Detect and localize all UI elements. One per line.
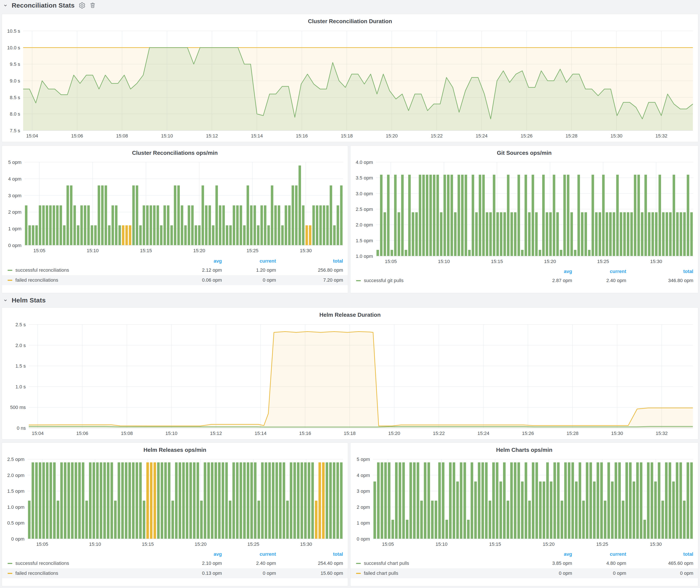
- svg-text:15:25: 15:25: [247, 248, 258, 253]
- svg-text:3.5 opm: 3.5 opm: [356, 175, 373, 181]
- legend-row: successful git pulls 2.87 opm 2.40 opm 3…: [350, 276, 698, 286]
- svg-text:15:10: 15:10: [165, 431, 177, 436]
- trash-icon[interactable]: [89, 2, 96, 9]
- section-title[interactable]: Helm Stats: [12, 297, 46, 304]
- svg-text:1.0 opm: 1.0 opm: [356, 254, 373, 259]
- svg-text:15:20: 15:20: [193, 248, 205, 253]
- panel-git-sources: Git Sources ops/min 1.0 opm1.5 opm2.0 op…: [350, 145, 698, 293]
- series-swatch: [8, 573, 12, 574]
- stat-avg: 0.06 opm: [168, 277, 222, 283]
- svg-text:10.0 s: 10.0 s: [7, 45, 20, 50]
- series-label[interactable]: successful reconciliations: [15, 561, 69, 566]
- svg-text:15:30: 15:30: [300, 248, 312, 253]
- legend: avg current total successful chart pulls…: [350, 550, 698, 578]
- panel-title[interactable]: Helm Charts ops/min: [350, 447, 698, 453]
- svg-text:2.0 s: 2.0 s: [15, 343, 26, 348]
- svg-text:15:28: 15:28: [567, 431, 579, 436]
- stat-avg: 2.10 opm: [168, 561, 222, 566]
- svg-text:5 opm: 5 opm: [8, 160, 21, 165]
- legend: avg current total successful reconciliat…: [2, 257, 348, 285]
- series-label[interactable]: successful git pulls: [364, 278, 403, 283]
- svg-text:7.5 s: 7.5 s: [10, 128, 20, 133]
- legend-row: successful chart pulls 3.85 opm 4.80 opm…: [350, 558, 698, 568]
- svg-text:15:30: 15:30: [650, 541, 662, 547]
- svg-text:15:22: 15:22: [431, 133, 443, 139]
- gear-icon[interactable]: [79, 2, 85, 9]
- section-reconciliation-stats[interactable]: Reconciliation Stats: [3, 0, 96, 10]
- svg-text:15:28: 15:28: [566, 133, 577, 139]
- stat-total: 7.20 opm: [276, 277, 343, 283]
- legend-header-avg[interactable]: avg: [518, 269, 572, 274]
- panel-title[interactable]: Cluster Reconciliations ops/min: [2, 150, 348, 156]
- svg-text:15:20: 15:20: [543, 541, 555, 547]
- svg-text:15:20: 15:20: [386, 133, 398, 139]
- panel-title[interactable]: Cluster Reconciliation Duration: [2, 18, 698, 25]
- svg-text:15:04: 15:04: [26, 133, 38, 139]
- svg-text:15:04: 15:04: [32, 431, 44, 436]
- svg-text:15:30: 15:30: [650, 259, 662, 264]
- svg-text:15:26: 15:26: [522, 431, 534, 436]
- svg-text:15:15: 15:15: [491, 259, 503, 264]
- legend-header-total[interactable]: total: [276, 258, 343, 264]
- svg-text:3.0 opm: 3.0 opm: [356, 191, 373, 196]
- svg-text:15:20: 15:20: [544, 259, 556, 264]
- svg-text:2.5 s: 2.5 s: [15, 322, 26, 327]
- series-swatch: [8, 280, 12, 281]
- legend-header-avg[interactable]: avg: [518, 551, 572, 557]
- svg-text:15:08: 15:08: [116, 133, 128, 139]
- svg-text:15:16: 15:16: [296, 133, 308, 139]
- series-label[interactable]: failed chart pulls: [364, 570, 398, 576]
- stat-avg: 0.13 opm: [168, 570, 222, 576]
- panel-helm-charts: Helm Charts ops/min 0 opm1 opm2 opm3 opm…: [350, 443, 698, 586]
- legend-row: successful reconciliations 2.12 opm 1.20…: [2, 265, 348, 275]
- panel-title[interactable]: Helm Release Duration: [2, 312, 698, 318]
- legend-header-current[interactable]: current: [222, 258, 276, 264]
- legend-header-current[interactable]: current: [222, 551, 276, 557]
- stat-total: 0 opm: [626, 570, 693, 576]
- cluster-reconciliation-duration-chart[interactable]: 7.5 s8.0 s8.5 s9.0 s9.5 s10.0 s10.5 s15:…: [5, 28, 695, 139]
- section-helm-stats[interactable]: Helm Stats: [3, 295, 46, 305]
- svg-text:15:10: 15:10: [87, 248, 99, 253]
- helm-charts-chart[interactable]: 0 opm1 opm2 opm3 opm4 opm5 opm15:0515:10…: [352, 457, 696, 548]
- legend: avg current total successful git pulls 2…: [350, 267, 698, 286]
- svg-text:15:25: 15:25: [247, 541, 259, 547]
- panel-cluster-reconciliation-duration: Cluster Reconciliation Duration 7.5 s8.0…: [2, 14, 698, 142]
- legend-header-current[interactable]: current: [572, 551, 626, 557]
- svg-text:9.0 s: 9.0 s: [10, 78, 20, 84]
- svg-text:10.5 s: 10.5 s: [7, 28, 20, 34]
- svg-text:15:22: 15:22: [433, 431, 445, 436]
- svg-text:15:18: 15:18: [344, 431, 356, 436]
- svg-text:15:05: 15:05: [33, 248, 45, 253]
- series-label[interactable]: failed reconciliations: [15, 570, 58, 576]
- section-title[interactable]: Reconciliation Stats: [12, 2, 75, 9]
- legend-header-total[interactable]: total: [276, 551, 343, 557]
- cluster-reconciliations-chart[interactable]: 0 opm1 opm2 opm3 opm4 opm5 opm15:0515:10…: [3, 160, 346, 254]
- stat-total: 465.60 opm: [626, 561, 693, 566]
- legend-header-current[interactable]: current: [572, 269, 626, 274]
- series-label[interactable]: successful chart pulls: [364, 561, 409, 566]
- svg-text:0 ns: 0 ns: [17, 425, 26, 431]
- stat-avg: 2.12 opm: [168, 267, 222, 273]
- helm-releases-chart[interactable]: 0 opm0.5 opm1.0 opm1.5 opm2.0 opm2.5 opm…: [3, 457, 346, 548]
- svg-text:5 opm: 5 opm: [357, 457, 370, 462]
- chevron-down-icon: [3, 298, 8, 303]
- svg-text:15:12: 15:12: [206, 133, 218, 139]
- helm-release-duration-chart[interactable]: 0 ns500 ms1.0 s1.5 s2.0 s2.5 s15:0415:06…: [5, 322, 695, 437]
- svg-text:2 opm: 2 opm: [357, 504, 370, 510]
- git-sources-chart[interactable]: 1.0 opm1.5 opm2.0 opm2.5 opm3.0 opm3.5 o…: [352, 160, 696, 265]
- series-swatch: [356, 280, 361, 281]
- svg-text:3 opm: 3 opm: [8, 193, 21, 198]
- legend-header-total[interactable]: total: [626, 551, 693, 557]
- svg-text:15:15: 15:15: [142, 541, 154, 547]
- panel-title[interactable]: Helm Releases ops/min: [2, 447, 348, 453]
- svg-text:15:15: 15:15: [489, 541, 501, 547]
- legend-header-total[interactable]: total: [626, 269, 693, 274]
- series-label[interactable]: failed reconciliations: [15, 277, 58, 283]
- legend-header-avg[interactable]: avg: [168, 551, 222, 557]
- svg-text:0 opm: 0 opm: [8, 243, 21, 248]
- legend-header-avg[interactable]: avg: [168, 258, 222, 264]
- svg-text:15:10: 15:10: [89, 541, 101, 547]
- svg-text:0 opm: 0 opm: [357, 536, 370, 542]
- series-label[interactable]: successful reconciliations: [15, 267, 69, 273]
- panel-title[interactable]: Git Sources ops/min: [350, 150, 698, 156]
